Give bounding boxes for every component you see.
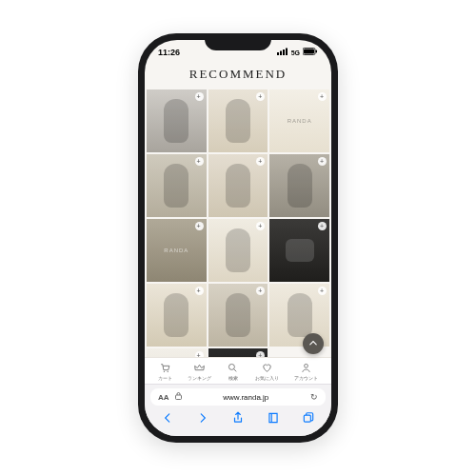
tab-label: ランキング <box>188 375 211 381</box>
product-tile[interactable]: + <box>208 219 268 282</box>
share-button[interactable] <box>231 411 245 428</box>
scroll-top-button[interactable] <box>303 333 324 354</box>
svg-point-7 <box>164 371 165 372</box>
product-tile[interactable]: + <box>208 348 268 357</box>
tab-label: 検索 <box>228 375 238 381</box>
battery-icon <box>303 48 318 57</box>
network-label: 5G <box>291 50 300 56</box>
status-right: 5G <box>277 48 318 57</box>
add-icon[interactable]: + <box>318 157 327 166</box>
add-icon[interactable]: + <box>256 222 265 230</box>
svg-point-8 <box>168 371 169 372</box>
tab-account[interactable]: アカウント <box>294 362 318 381</box>
add-icon[interactable]: + <box>195 157 204 166</box>
product-tile[interactable]: + <box>269 154 329 217</box>
brand-overlay: RANDA <box>288 118 312 124</box>
svg-rect-6 <box>316 50 318 53</box>
svg-rect-3 <box>286 49 288 56</box>
cart-icon <box>159 362 171 374</box>
tab-label: お気に入り <box>255 375 279 381</box>
safari-nav <box>150 406 326 428</box>
svg-rect-0 <box>277 52 279 55</box>
add-icon[interactable]: + <box>256 157 265 166</box>
safari-chrome: AA www.randa.jp ↻ <box>145 384 331 436</box>
search-icon <box>227 362 239 374</box>
product-tile[interactable]: + <box>147 154 207 217</box>
product-tile[interactable]: + <box>147 89 207 152</box>
add-icon[interactable]: + <box>195 287 204 295</box>
lock-icon <box>175 392 182 402</box>
back-button[interactable] <box>161 411 174 428</box>
screen: 11:26 5G RECOMMEND + + RANDA+ + + + RAND… <box>145 40 331 436</box>
add-icon[interactable]: + <box>318 287 327 295</box>
app-tab-bar: カート ランキング 検索 お気に入り アカウント <box>145 357 331 384</box>
product-tile[interactable]: RANDA+ <box>269 89 329 152</box>
tab-favorite[interactable]: お気に入り <box>255 362 279 381</box>
status-time: 11:26 <box>158 48 180 57</box>
brand-overlay: RANDA <box>164 248 188 253</box>
product-tile[interactable]: + <box>269 219 329 282</box>
add-icon[interactable]: + <box>318 92 327 101</box>
product-tile[interactable]: + <box>147 284 207 347</box>
tab-label: アカウント <box>294 375 318 381</box>
svg-rect-12 <box>175 395 181 400</box>
product-tile[interactable]: RANDA+ <box>147 219 207 282</box>
user-icon <box>300 362 312 374</box>
crown-icon <box>193 362 206 374</box>
svg-rect-13 <box>304 415 310 422</box>
add-icon[interactable]: + <box>318 222 327 230</box>
product-tile[interactable]: + <box>208 89 268 152</box>
notch <box>205 33 271 50</box>
svg-line-10 <box>234 369 237 372</box>
url-text: www.randa.jp <box>188 393 305 402</box>
add-icon[interactable]: + <box>256 92 265 101</box>
reload-icon[interactable]: ↻ <box>310 392 318 402</box>
product-tile[interactable]: + <box>208 154 268 217</box>
svg-rect-2 <box>283 50 285 55</box>
product-tile[interactable]: + <box>208 284 268 347</box>
signal-icon <box>277 48 288 57</box>
svg-rect-1 <box>280 51 282 56</box>
tab-cart[interactable]: カート <box>158 362 172 381</box>
recommend-grid[interactable]: + + RANDA+ + + + RANDA+ + + + + + + + <box>145 89 331 357</box>
add-icon[interactable]: + <box>195 222 204 230</box>
product-tile[interactable]: + <box>147 348 207 357</box>
font-size-button[interactable]: AA <box>158 393 169 402</box>
svg-point-11 <box>304 364 307 367</box>
add-icon[interactable]: + <box>195 92 204 101</box>
page-title: RECOMMEND <box>145 61 331 89</box>
bookmarks-button[interactable] <box>267 411 280 428</box>
add-icon[interactable]: + <box>256 351 265 357</box>
svg-point-9 <box>229 364 235 369</box>
heart-icon <box>261 362 273 374</box>
add-icon[interactable]: + <box>195 351 204 357</box>
add-icon[interactable]: + <box>256 287 265 295</box>
tab-search[interactable]: 検索 <box>227 362 239 381</box>
tabs-button[interactable] <box>302 411 315 428</box>
url-bar[interactable]: AA www.randa.jp ↻ <box>150 388 326 406</box>
svg-rect-5 <box>304 50 314 54</box>
tab-label: カート <box>158 375 172 381</box>
tab-ranking[interactable]: ランキング <box>188 362 211 381</box>
phone-frame: 11:26 5G RECOMMEND + + RANDA+ + + + RAND… <box>138 33 338 443</box>
forward-button[interactable] <box>196 411 209 428</box>
